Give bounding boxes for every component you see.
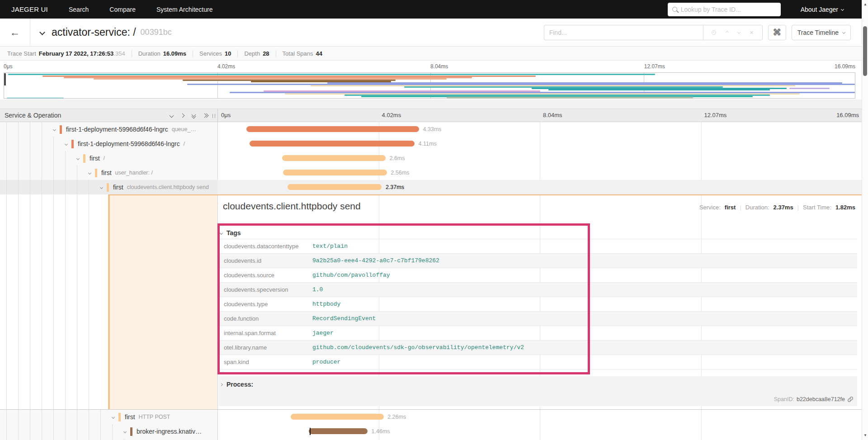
service-name: first-1-deployment-59968d6f46-lngrc (78, 140, 180, 147)
minimap-canvas[interactable] (4, 72, 855, 99)
trace-title: activator-service: / (52, 26, 136, 38)
tag-row: cloudevents.id9a2b25a0-eee4-4292-a0c7-c7… (218, 253, 857, 268)
span-bar[interactable] (283, 170, 387, 175)
column-resizer-grip[interactable] (212, 114, 215, 118)
span-bar[interactable] (288, 184, 382, 190)
collapse-all-chevron-down-icon[interactable] (170, 113, 174, 118)
locate-icon[interactable] (712, 30, 716, 35)
about-jaeger-menu[interactable]: About Jaeger (801, 6, 844, 13)
search-icon (672, 7, 677, 12)
tag-row: span.kindproducer (218, 355, 857, 369)
operation-name: queue_… (172, 126, 196, 132)
span-detail-stats: Service:first | Duration:2.37ms | Start … (699, 204, 855, 211)
tags-table: cloudevents.datacontenttypetext/plain cl… (218, 239, 857, 369)
tag-row: code.functionRecordSendingEvent (218, 311, 857, 326)
trace-services: Services 10 (199, 50, 231, 57)
tags-accordion-header[interactable]: Tags (218, 227, 857, 239)
span-row[interactable]: first/ 2.6ms (0, 151, 862, 166)
span-detail-title: cloudevents.client.httpbody send (223, 201, 361, 212)
span-row[interactable]: broker-ingress.knativ… 1.46ms (0, 424, 862, 439)
span-row-selected[interactable]: firstcloudevents.client.httpbody send 2.… (0, 180, 862, 194)
minimap-drag-handle[interactable] (4, 73, 6, 85)
timeline-ticks-header: 0μs 4.02ms 8.04ms 12.07ms 16.09ms (217, 109, 862, 122)
jaeger-trace-page: JAEGER UI Search Compare System Architec… (0, 0, 868, 440)
span-id: SpanID: b22debcaa8e712fe (774, 396, 854, 402)
span-detail-footer: Process: SpanID: b22debcaa8e712fe (218, 376, 857, 406)
span-bar[interactable] (246, 126, 419, 132)
trace-duration: Duration 16.09ms (138, 50, 186, 57)
span-expand-chevron-icon[interactable] (76, 156, 80, 160)
span-bar[interactable] (250, 141, 415, 147)
service-color-chip (60, 125, 62, 134)
scrollbar-thumb[interactable] (863, 26, 867, 76)
nav-item-search[interactable]: Search (69, 6, 89, 13)
span-detail-row: cloudevents.client.httpbody send Service… (0, 194, 862, 410)
span-row[interactable]: first-1-deployment-59968d6f46-lngrc/ 4.1… (0, 137, 862, 151)
span-expand-chevron-icon[interactable] (100, 185, 103, 189)
tag-row: cloudevents.sourcegithub/com/pavolloffay (218, 268, 857, 282)
process-accordion-header[interactable]: Process: (218, 376, 857, 389)
span-duration-label: 2.26ms (387, 414, 406, 420)
tag-row: cloudevents.typehttpbody (218, 297, 857, 311)
trace-lookup-input[interactable] (681, 6, 776, 13)
trace-info-bar: Trace Start February 17 2022, 17:26:53 .… (0, 47, 862, 61)
vertical-scrollbar[interactable]: ▲ ▼ (862, 0, 868, 440)
span-expand-chevron-icon[interactable] (53, 128, 56, 131)
span-bar[interactable] (309, 428, 368, 434)
timeline-header: Service & Operation 0μs 4.02ms 8.04ms 12… (0, 109, 862, 122)
trace-header-bar: ← activator-service: / 00391bc × ⌘ Trace… (0, 19, 862, 47)
span-duration-label: 1.46ms (372, 428, 390, 435)
find-prev-icon[interactable] (726, 31, 729, 34)
scroll-up-icon[interactable]: ▲ (862, 1, 868, 8)
service-name: first-1-deployment-59968d6f46-lngrc (66, 126, 168, 133)
trace-minimap[interactable]: 0μs 4.02ms 8.04ms 12.07ms 16.09ms (0, 61, 862, 99)
span-expand-chevron-icon[interactable] (112, 415, 115, 418)
trace-total-spans: Total Spans 44 (283, 50, 322, 57)
tags-label: Tags (226, 229, 241, 237)
span-duration-label: 2.56ms (391, 170, 409, 176)
find-next-icon[interactable] (737, 31, 741, 34)
scroll-down-icon[interactable]: ▼ (862, 432, 868, 439)
collapse-chevron-right-icon[interactable] (180, 113, 185, 118)
span-expand-chevron-icon[interactable] (88, 171, 91, 174)
expanded-span-accent-border (108, 194, 862, 195)
divider (30, 19, 30, 47)
expanded-span-background (109, 194, 217, 409)
span-bar[interactable] (282, 155, 386, 161)
find-group: × (544, 25, 763, 40)
span-row[interactable]: firstuser_handler: / 2.56ms (0, 166, 862, 180)
collapse-all-double-chevron-right-icon[interactable] (203, 114, 208, 118)
tag-row: internal.span.formatjaeger (218, 326, 857, 340)
service-color-chip (130, 427, 132, 436)
minimap-ruler: 0μs 4.02ms 8.04ms 12.07ms 16.09ms (4, 62, 855, 71)
link-icon[interactable] (847, 396, 854, 402)
span-duration-label: 4.33ms (423, 126, 442, 132)
trace-collapse-chevron-icon[interactable] (39, 29, 45, 35)
service-color-chip (95, 169, 97, 177)
nav-item-system-architecture[interactable]: System Architecture (156, 6, 213, 13)
clear-find-icon[interactable]: × (750, 29, 754, 36)
back-arrow-icon[interactable]: ← (10, 27, 20, 38)
span-expand-chevron-icon[interactable] (65, 142, 68, 145)
service-name: broker-ingress.knativ… (137, 428, 202, 435)
keyboard-shortcuts-button[interactable]: ⌘ (768, 25, 786, 40)
span-duration-label: 4.11ms (419, 141, 437, 147)
span-expand-chevron-icon[interactable] (123, 430, 127, 433)
nav-item-compare[interactable]: Compare (109, 6, 136, 13)
span-bar[interactable] (291, 414, 383, 420)
brand-jaeger-ui[interactable]: JAEGER UI (11, 5, 48, 13)
expand-all-double-chevron-down-icon[interactable] (192, 114, 196, 118)
chevron-down-icon (842, 31, 845, 34)
trace-view-selector[interactable]: Trace Timeline (792, 25, 851, 40)
span-row[interactable]: firstHTTP POST 2.26ms (0, 410, 862, 424)
trace-view-label: Trace Timeline (797, 29, 839, 36)
find-input[interactable] (544, 25, 703, 40)
span-detail-panel: cloudevents.client.httpbody send Service… (217, 194, 862, 409)
span-duration-label: 2.37ms (386, 184, 404, 190)
trace-start: Trace Start February 17 2022, 17:26:53 .… (7, 50, 125, 57)
about-jaeger-label: About Jaeger (801, 6, 838, 13)
spacer (0, 99, 862, 109)
service-color-chip (83, 154, 85, 163)
span-row[interactable]: first-1-deployment-59968d6f46-lngrcqueue… (0, 122, 862, 137)
service-name: first (90, 155, 100, 162)
